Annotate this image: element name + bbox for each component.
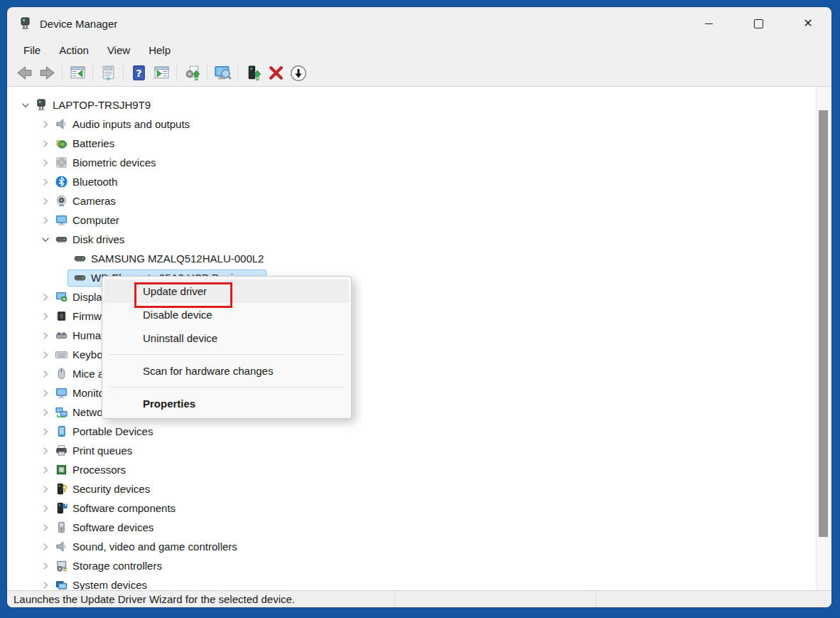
tree-item-label: Batteries — [72, 137, 114, 149]
chevron-right-icon[interactable] — [37, 463, 54, 477]
menu-view[interactable]: View — [98, 42, 139, 58]
context-menu: Update driverDisable deviceUninstall dev… — [102, 276, 352, 419]
scan-hardware-changes-button[interactable] — [212, 63, 233, 84]
tree-row[interactable]: Sound, video and game controllers — [7, 537, 831, 556]
chevron-right-icon[interactable] — [37, 329, 54, 343]
chevron-right-icon[interactable] — [37, 578, 54, 591]
export-list-icon — [153, 64, 171, 82]
minimize-button[interactable] — [692, 9, 725, 38]
update-driver-button[interactable] — [242, 63, 264, 84]
tree-item[interactable]: LAPTOP-TRSJH9T9 — [34, 98, 151, 112]
tree-item[interactable]: Software components — [54, 501, 176, 516]
tree-item[interactable]: Sound, video and game controllers — [54, 540, 237, 554]
chevron-right-icon[interactable] — [37, 117, 54, 132]
context-menu-item-uninstall-device[interactable]: Uninstall device — [104, 326, 349, 350]
tree-row[interactable]: Cameras — [7, 191, 831, 211]
vertical-scrollbar[interactable] — [816, 87, 830, 590]
tree-row[interactable]: Batteries — [7, 134, 831, 153]
chevron-right-icon[interactable] — [37, 501, 54, 516]
tree-item[interactable]: Portable Devices — [54, 425, 153, 439]
chevron-right-icon[interactable] — [37, 540, 54, 554]
tree-row[interactable]: Software components — [7, 499, 831, 518]
tree-row[interactable]: Computer — [7, 211, 831, 230]
tree-item[interactable]: Computer — [54, 213, 119, 228]
update-driver-software-button[interactable] — [181, 63, 203, 84]
tree-item-label: Audio inputs and outputs — [72, 118, 190, 130]
tree-row[interactable]: Storage controllers — [7, 556, 831, 575]
show-console-tree-button[interactable] — [67, 63, 88, 84]
context-menu-item-update-driver[interactable]: Update driver — [104, 279, 349, 303]
close-button[interactable]: ✕ — [792, 9, 824, 38]
chevron-right-icon[interactable] — [37, 156, 54, 170]
software-component-icon — [54, 501, 68, 516]
chevron-right-icon[interactable] — [37, 367, 54, 381]
export-list-button[interactable] — [151, 63, 172, 84]
tree-item[interactable]: Cameras — [54, 194, 116, 208]
context-menu-item-disable-device[interactable]: Disable device — [104, 303, 349, 326]
tree-row[interactable]: Print queues — [7, 441, 831, 460]
tree-item[interactable]: Audio inputs and outputs — [54, 117, 190, 132]
chevron-right-icon[interactable] — [37, 290, 54, 304]
tree-item[interactable]: Software devices — [54, 521, 154, 535]
chevron-right-icon[interactable] — [37, 405, 54, 420]
tree-row[interactable]: Software devices — [7, 518, 831, 537]
menu-file[interactable]: File — [14, 42, 50, 58]
console-tree-icon — [69, 64, 87, 82]
chevron-right-icon[interactable] — [37, 194, 54, 208]
window-controls: ✕ — [692, 7, 824, 40]
disable-device-button[interactable] — [288, 63, 309, 84]
tree-item[interactable]: Print queues — [54, 444, 132, 458]
tree-row[interactable]: Audio inputs and outputs — [7, 114, 831, 134]
chevron-right-icon[interactable] — [37, 213, 54, 228]
chevron-right-icon[interactable] — [37, 559, 54, 573]
tree-item[interactable]: SAMSUNG MZALQ512HALU-000L2 — [72, 252, 264, 266]
firmware-icon — [54, 309, 68, 324]
tree-row[interactable]: LAPTOP-TRSJH9T9 — [7, 95, 831, 114]
help-button[interactable]: ? — [128, 63, 149, 84]
close-icon: ✕ — [803, 18, 812, 29]
chevron-right-icon[interactable] — [37, 521, 54, 535]
menu-action[interactable]: Action — [50, 42, 98, 58]
chevron-right-icon[interactable] — [37, 137, 54, 151]
tree-row[interactable]: Processors — [7, 460, 831, 479]
maximize-button[interactable] — [742, 9, 775, 38]
chevron-right-icon[interactable] — [37, 425, 54, 439]
tree-item[interactable]: System devices — [54, 578, 147, 591]
chevron-right-icon[interactable] — [37, 482, 54, 496]
scrollbar-thumb[interactable] — [819, 110, 828, 537]
chevron-right-icon[interactable] — [37, 386, 54, 400]
tree-item[interactable]: Biometric devices — [54, 156, 156, 170]
tree-item[interactable]: Processors — [54, 463, 126, 477]
biometric-icon — [54, 156, 68, 170]
tree-row[interactable]: Portable Devices — [7, 422, 831, 441]
tree-row[interactable]: Disk drives — [7, 230, 831, 249]
window-title: Device Manager — [40, 18, 117, 30]
gear-update-icon — [183, 64, 201, 82]
tree-item-label: Security devices — [72, 483, 150, 495]
context-menu-item-properties[interactable]: Properties — [104, 392, 349, 415]
tree-row[interactable]: Security devices — [7, 479, 831, 499]
tree-item[interactable]: Batteries — [54, 137, 114, 151]
back-button[interactable] — [14, 63, 35, 84]
tree-row[interactable]: System devices — [7, 575, 831, 590]
uninstall-device-button[interactable] — [265, 63, 286, 84]
menu-help[interactable]: Help — [139, 42, 180, 58]
forward-button[interactable] — [36, 63, 58, 84]
red-x-icon — [267, 64, 285, 82]
chevron-right-icon[interactable] — [37, 309, 54, 324]
tree-item[interactable]: Disk drives — [54, 233, 124, 247]
chevron-right-icon[interactable] — [37, 348, 54, 362]
chevron-right-icon[interactable] — [37, 444, 54, 458]
context-menu-separator — [109, 354, 344, 355]
tree-item[interactable]: Security devices — [54, 482, 150, 496]
tree-row[interactable]: Bluetooth — [7, 172, 831, 191]
tree-row[interactable]: Biometric devices — [7, 153, 831, 172]
chevron-down-icon[interactable] — [37, 233, 54, 247]
tree-row[interactable]: SAMSUNG MZALQ512HALU-000L2 — [7, 249, 831, 268]
tree-item[interactable]: Storage controllers — [54, 559, 162, 573]
properties-button[interactable] — [97, 63, 119, 84]
chevron-down-icon[interactable] — [17, 98, 34, 112]
tree-item[interactable]: Bluetooth — [54, 175, 117, 189]
chevron-right-icon[interactable] — [37, 175, 54, 189]
context-menu-item-scan-for-hardware-changes[interactable]: Scan for hardware changes — [104, 359, 349, 383]
